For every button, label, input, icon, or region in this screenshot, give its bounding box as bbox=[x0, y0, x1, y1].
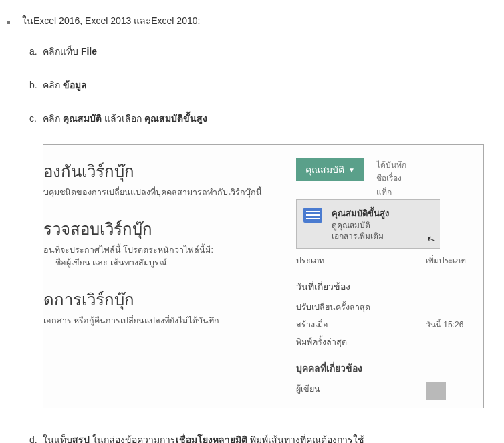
created-label: สร้างเมื่อ bbox=[296, 318, 328, 331]
protect-workbook-section: องกันเวิร์กบุ๊ก บคุมชนิดของการเปลี่ยนแปล… bbox=[43, 158, 271, 198]
step-c-marker: c. bbox=[29, 113, 43, 124]
excel-info-panel-screenshot: องกันเวิร์กบุ๊ก บคุมชนิดของการเปลี่ยนแปล… bbox=[43, 144, 484, 408]
intro-line: ในExcel 2016, Excel 2013 และExcel 2010: bbox=[7, 13, 491, 28]
inspect-workbook-item: ชื่อผู้เขียน และ เส้นทางสัมบูรณ์ bbox=[43, 256, 271, 269]
side-label-saved: ได้บันทึก bbox=[376, 158, 406, 172]
step-d: d. ในแท็บสรุป ในกล่องข้อความการเชื่อมโยง… bbox=[29, 432, 491, 443]
category-row: ประเภท เพิ่มประเภท bbox=[296, 254, 477, 267]
related-dates-list: ปรับเปลี่ยนครั้งล่าสุด สร้างเมื่อ วันนี้… bbox=[296, 301, 477, 349]
step-c-mid: แล้วเลือก bbox=[102, 113, 144, 124]
related-people-heading: บุคคลที่เกี่ยวข้อง bbox=[296, 361, 477, 376]
cursor-icon: ↖ bbox=[425, 232, 438, 247]
inspect-workbook-sub: อนที่จะประกาศไฟล์นี้ โปรดตระหนักว่าไฟล์น… bbox=[43, 245, 271, 256]
manage-workbook-sub: เอกสาร หรือกู้คืนการเปลี่ยนแปลงที่ยังไม่… bbox=[43, 315, 271, 327]
step-d-p3: พิมพ์เส้นทางที่คุณต้องการใช้ bbox=[247, 434, 364, 443]
author-label: ผู้เขียน bbox=[296, 382, 320, 400]
related-dates-heading: วันที่เกี่ยวข้อง bbox=[296, 279, 477, 294]
step-a-marker: a. bbox=[29, 46, 43, 57]
created-row: สร้างเมื่อ วันนี้ 15:26 bbox=[296, 318, 477, 331]
step-c: c. คลิก คุณสมบัติ แล้วเลือก คุณสมบัติขั้… bbox=[29, 111, 491, 126]
step-b-text: คลิก ข้อมูล bbox=[43, 78, 87, 92]
intro-and: และ bbox=[134, 15, 151, 26]
related-people-list: ผู้เขียน bbox=[296, 382, 477, 400]
side-label-title: ชื่อเรื่อง bbox=[376, 172, 406, 185]
protect-workbook-title: องกันเวิร์กบุ๊ก bbox=[43, 158, 271, 184]
square-bullet-icon bbox=[7, 21, 10, 24]
intro-text: ในExcel 2016, Excel 2013 และExcel 2010: bbox=[22, 13, 200, 28]
intro-last: Excel 2010: bbox=[151, 15, 200, 26]
last-printed-value bbox=[426, 335, 477, 349]
step-c-bold2: คุณสมบัติขั้นสูง bbox=[144, 113, 207, 124]
author-avatar-cell bbox=[426, 382, 477, 400]
step-d-b1: สรุป bbox=[72, 434, 90, 443]
advanced-properties-sub1: ดูคุณสมบัติ bbox=[332, 220, 432, 231]
last-modified-label: ปรับเปลี่ยนครั้งล่าสุด bbox=[296, 301, 370, 314]
author-row: ผู้เขียน bbox=[296, 382, 477, 400]
category-value[interactable]: เพิ่มประเภท bbox=[426, 254, 477, 267]
step-d-p2: ในกล่องข้อความการ bbox=[90, 434, 176, 443]
list-icon bbox=[303, 208, 322, 223]
step-d-text: ในแท็บสรุป ในกล่องข้อความการเชื่อมโยงหลา… bbox=[43, 432, 364, 443]
step-b-pre: คลิก bbox=[43, 80, 63, 90]
info-right-column: คุณสมบัติ ▼ ได้บันทึก ชื่อเรื่อง แท็ก คุ… bbox=[296, 158, 483, 404]
created-value: วันนี้ 15:26 bbox=[426, 318, 477, 331]
intro-prefix: ใน bbox=[22, 15, 33, 26]
side-label-tags: แท็ก bbox=[376, 186, 406, 199]
step-a-pre: คลิกแท็บ bbox=[43, 46, 81, 57]
step-d-marker: d. bbox=[29, 434, 43, 443]
chevron-down-icon: ▼ bbox=[348, 166, 355, 174]
advanced-properties-menu-item[interactable]: คุณสมบัติขั้นสูง ดูคุณสมบัติ เอกสารเพิ่ม… bbox=[296, 199, 440, 249]
category-label: ประเภท bbox=[296, 254, 324, 267]
advanced-properties-sub2: เอกสารเพิ่มเติม bbox=[332, 231, 432, 242]
last-printed-label: พิมพ์ครั้งล่าสุด bbox=[296, 335, 347, 349]
manage-workbook-section: ดการเวิร์กบุ๊ก เอกสาร หรือกู้คืนการเปลี่… bbox=[43, 287, 271, 327]
step-b: b. คลิก ข้อมูล bbox=[29, 78, 491, 92]
step-b-marker: b. bbox=[29, 80, 43, 90]
intro-versions: Excel 2016, Excel 2013 bbox=[33, 15, 134, 26]
avatar-icon bbox=[426, 382, 446, 400]
properties-button-label: คุณสมบัติ bbox=[305, 162, 344, 177]
step-a-text: คลิกแท็บ File bbox=[43, 44, 97, 59]
step-a: a. คลิกแท็บ File bbox=[29, 44, 491, 59]
step-d-p1: ในแท็บ bbox=[43, 434, 72, 443]
side-truncated-labels: ได้บันทึก ชื่อเรื่อง แท็ก bbox=[376, 158, 406, 199]
info-left-column: องกันเวิร์กบุ๊ก บคุมชนิดของการเปลี่ยนแปล… bbox=[43, 158, 271, 327]
step-c-text: คลิก คุณสมบัติ แล้วเลือก คุณสมบัติขั้นสู… bbox=[43, 111, 207, 126]
advanced-properties-title: คุณสมบัติขั้นสูง bbox=[332, 206, 432, 220]
inspect-workbook-title: รวจสอบเวิร์กบุ๊ก bbox=[43, 216, 271, 242]
protect-workbook-sub: บคุมชนิดของการเปลี่ยนแปลงที่บุคคลสามารถท… bbox=[43, 187, 271, 198]
step-d-b2: เชื่อมโยงหลายมิติ bbox=[176, 434, 247, 443]
last-printed-row: พิมพ์ครั้งล่าสุด bbox=[296, 335, 477, 349]
step-b-bold: ข้อมูล bbox=[63, 80, 87, 90]
properties-button[interactable]: คุณสมบัติ ▼ bbox=[296, 158, 364, 181]
inspect-workbook-section: รวจสอบเวิร์กบุ๊ก อนที่จะประกาศไฟล์นี้ โป… bbox=[43, 216, 271, 269]
step-c-bold1: คุณสมบัติ bbox=[63, 113, 102, 124]
last-modified-row: ปรับเปลี่ยนครั้งล่าสุด bbox=[296, 301, 477, 314]
step-c-pre: คลิก bbox=[43, 113, 63, 124]
last-modified-value bbox=[426, 301, 477, 314]
manage-workbook-title: ดการเวิร์กบุ๊ก bbox=[43, 287, 271, 313]
step-a-bold: File bbox=[81, 46, 97, 57]
